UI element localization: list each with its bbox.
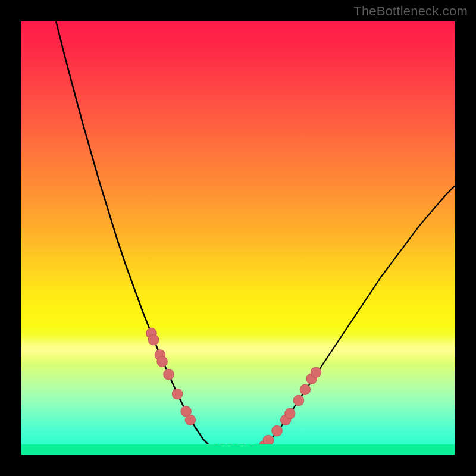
- curve-dot: [223, 444, 236, 455]
- curve-dot: [280, 415, 290, 425]
- curve-dot: [285, 408, 295, 418]
- curve-dot: [311, 367, 321, 377]
- curve-dot: [293, 395, 303, 405]
- curve-dots-right: [259, 367, 321, 451]
- watermark-text: TheBottleneck.com: [353, 4, 468, 19]
- bottleneck-curve-left: [56, 21, 216, 451]
- curve-dot: [172, 389, 182, 399]
- plot-area: [21, 21, 455, 455]
- curve-dot: [242, 444, 256, 455]
- curve-dot: [216, 444, 230, 455]
- flat-segment-dots: [209, 444, 262, 455]
- curve-dot: [157, 356, 167, 367]
- curve-dot: [146, 328, 156, 338]
- curve-dot: [148, 334, 158, 345]
- curve-dot: [181, 406, 191, 416]
- curve-dot: [209, 444, 223, 455]
- curve-dot: [155, 350, 165, 360]
- curve-dot: [300, 384, 310, 394]
- curve-dot: [236, 444, 249, 455]
- chart-overlay-svg: [21, 21, 455, 455]
- curve-dot: [306, 374, 317, 384]
- curve-dot: [164, 369, 174, 380]
- curve-dot: [272, 425, 282, 436]
- curve-dot: [229, 444, 243, 455]
- curve-dot: [259, 441, 269, 451]
- chart-stage: TheBottleneck.com: [0, 0, 476, 476]
- curve-dot: [248, 444, 262, 455]
- curve-dot: [263, 435, 273, 445]
- bottleneck-curve-right: [255, 186, 455, 452]
- curve-dot: [185, 415, 195, 425]
- curve-dots-left: [146, 328, 196, 425]
